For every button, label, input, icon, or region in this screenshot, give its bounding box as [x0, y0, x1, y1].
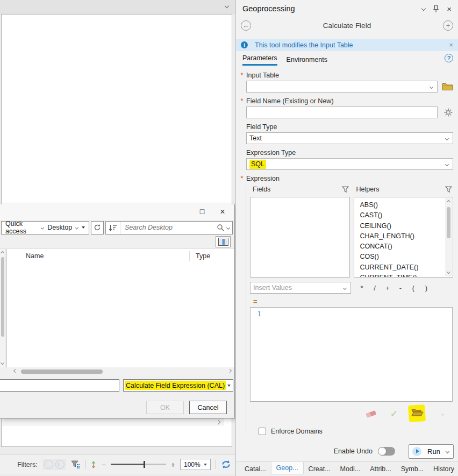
expression-list-labels: Fields Helpers	[250, 186, 453, 193]
filter-icon[interactable]	[342, 186, 349, 193]
list-item[interactable]: /	[368, 284, 381, 292]
breadcrumb-desktop[interactable]: Desktop	[47, 224, 72, 231]
file-list-horizontal-scrollbar[interactable]	[8, 367, 234, 375]
expression-label-row: * Expression	[238, 175, 453, 182]
enable-undo-toggle[interactable]	[378, 447, 395, 456]
helpers-listbox[interactable]: ABS()CAST()CEILING()CHAR_LENGTH()CONCAT(…	[354, 197, 454, 278]
expression-label: Expression	[246, 175, 280, 182]
column-header-type[interactable]: Type	[189, 251, 234, 261]
list-item[interactable]: ABS()	[360, 200, 445, 210]
chevron-down-icon[interactable]	[225, 4, 229, 8]
zoom-out-button[interactable]: −	[102, 460, 106, 469]
pin-icon[interactable]	[433, 5, 439, 13]
list-item[interactable]: CURRENT_TIME()	[360, 273, 445, 277]
refresh-icon[interactable]	[221, 460, 231, 469]
tree-scrollbar[interactable]	[0, 249, 5, 367]
run-button[interactable]: Run	[409, 444, 454, 459]
list-item[interactable]: CAST()	[360, 210, 445, 221]
list-item[interactable]: *	[355, 284, 368, 292]
breadcrumb-quick-access[interactable]: Quick access	[5, 220, 38, 235]
search-input[interactable]	[123, 224, 214, 231]
list-item[interactable]: )	[420, 284, 433, 292]
tab-environments[interactable]: Environments	[287, 56, 327, 66]
tab-modify-features[interactable]: Modi...	[335, 463, 366, 475]
eraser-icon[interactable]	[364, 409, 377, 418]
input-table-select[interactable]	[246, 81, 438, 93]
zoom-slider-handle[interactable]	[144, 461, 145, 468]
toggle-knob	[378, 447, 387, 456]
helpers-scrollbar[interactable]	[445, 198, 452, 276]
back-button[interactable]: ←	[241, 20, 251, 31]
tab-symbology[interactable]: Symb...	[396, 463, 428, 475]
verify-icon[interactable]: ✓	[390, 408, 398, 420]
list-item[interactable]: (	[407, 284, 420, 292]
filter-icon[interactable]	[71, 460, 80, 468]
maximize-button[interactable]: □	[197, 207, 207, 216]
zoom-in-button[interactable]: +	[171, 460, 175, 469]
insert-values-select[interactable]: Insert Values	[250, 282, 351, 294]
chevron-down-icon[interactable]	[75, 226, 79, 230]
filter-icon[interactable]	[445, 186, 452, 193]
scroll-down-icon[interactable]	[1, 361, 4, 365]
list-item[interactable]: COS()	[360, 252, 445, 262]
cancel-button[interactable]: Cancel	[189, 401, 227, 414]
browse-button[interactable]	[438, 82, 453, 91]
add-to-project-button[interactable]: +	[443, 20, 453, 31]
chevron-down-icon[interactable]	[41, 226, 45, 230]
enforce-domains-checkbox[interactable]	[259, 428, 266, 435]
sort-button[interactable]	[106, 222, 120, 234]
list-item[interactable]: -	[394, 284, 407, 292]
import-expression-button[interactable]	[411, 407, 424, 420]
list-item[interactable]: CURRENT_DATE()	[360, 262, 445, 273]
columns-view-button[interactable]	[216, 236, 231, 247]
chevron-down-icon[interactable]	[421, 6, 426, 11]
list-item[interactable]: CEILING()	[360, 221, 445, 231]
ok-button[interactable]: OK	[146, 401, 184, 414]
list-item[interactable]: +	[381, 284, 394, 292]
scroll-right-icon[interactable]	[216, 420, 220, 424]
scroll-up-icon[interactable]	[1, 251, 4, 255]
help-icon[interactable]: ?	[445, 54, 453, 62]
close-button[interactable]: ×	[217, 207, 228, 217]
info-close-icon[interactable]: ×	[449, 41, 458, 49]
field-type-select[interactable]: Text	[246, 132, 453, 144]
column-header-name[interactable]: Name	[8, 252, 189, 260]
chevron-down-icon[interactable]	[446, 449, 449, 453]
sort-updown-icon[interactable]	[90, 460, 97, 469]
field-name-input[interactable]	[246, 106, 438, 118]
chevron-down-icon[interactable]	[226, 225, 230, 229]
tab-history[interactable]: History	[428, 463, 458, 475]
tab-create-features[interactable]: Creat...	[304, 463, 335, 475]
scrollbar-thumb[interactable]	[21, 370, 103, 374]
scrollbar-thumb[interactable]	[447, 207, 450, 238]
file-type-select[interactable]: Calculate Field Expression (CAL)	[123, 379, 233, 392]
zoom-level-select[interactable]: 100%	[180, 459, 211, 470]
scroll-down-icon[interactable]	[447, 270, 450, 274]
scroll-left-icon[interactable]	[13, 369, 17, 373]
export-expression-icon[interactable]: →	[436, 408, 446, 419]
tab-catalog[interactable]: Catal...	[240, 463, 271, 475]
tab-geoprocessing[interactable]: Geop...	[271, 461, 304, 474]
filename-input[interactable]	[0, 379, 119, 392]
refresh-button[interactable]	[91, 221, 104, 235]
expression-editor[interactable]: 1	[250, 307, 453, 402]
scrollbar-thumb[interactable]	[1, 257, 4, 337]
list-item[interactable]: CONCAT()	[360, 241, 445, 252]
field-options-button[interactable]	[438, 108, 453, 117]
scroll-up-icon[interactable]	[447, 200, 450, 204]
editor-content[interactable]	[265, 308, 452, 401]
horizontal-scrollbar[interactable]	[2, 418, 224, 426]
expression-type-select[interactable]: SQL	[246, 158, 453, 170]
scroll-right-icon[interactable]	[228, 369, 232, 373]
tab-attributes[interactable]: Attrib...	[365, 463, 396, 475]
tab-parameters[interactable]: Parameters	[242, 54, 277, 66]
fields-listbox[interactable]	[250, 197, 350, 278]
close-icon[interactable]: ×	[447, 4, 452, 13]
search-icon[interactable]	[217, 224, 224, 231]
time-filter-icon[interactable]	[44, 460, 53, 469]
zoom-slider[interactable]	[111, 464, 166, 465]
list-item[interactable]: CHAR_LENGTH()	[360, 231, 445, 241]
attribute-filter-icon[interactable]	[55, 460, 65, 469]
field-type-row: Text	[246, 132, 453, 144]
breadcrumb-history-icon[interactable]	[82, 226, 85, 229]
